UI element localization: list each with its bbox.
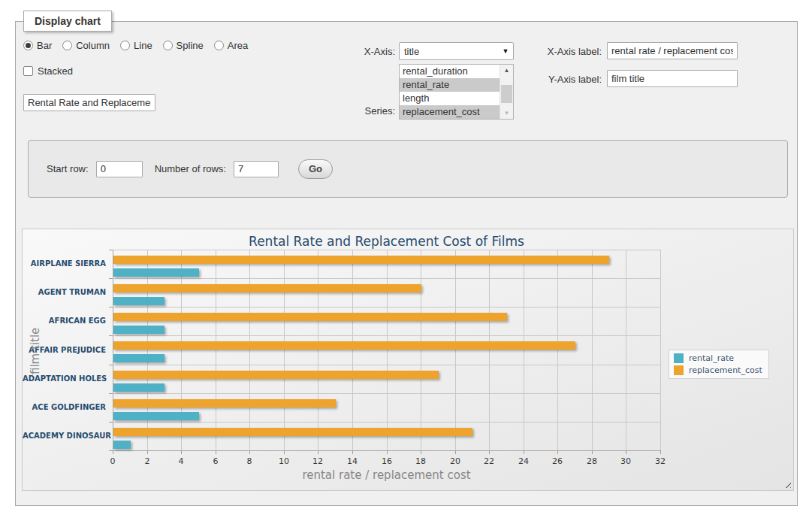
gridline-vertical bbox=[318, 250, 318, 450]
series-listbox[interactable]: rental_durationrental_ratelengthreplacem… bbox=[399, 64, 514, 120]
chart-title-input[interactable] bbox=[23, 94, 155, 111]
x-tick-label: 26 bbox=[552, 456, 563, 466]
radio-column-icon[interactable] bbox=[62, 41, 72, 50]
chart-bar-replacement_cost[interactable] bbox=[113, 341, 575, 350]
resize-handle-icon[interactable] bbox=[783, 480, 791, 488]
legend-item-rental_rate[interactable]: rental_rate bbox=[674, 353, 762, 363]
scroll-down-icon[interactable]: ▼ bbox=[500, 108, 513, 119]
radio-area-icon[interactable] bbox=[214, 41, 224, 50]
chart-legend: rental_ratereplacement_cost bbox=[669, 350, 769, 379]
page: Display chart BarColumnLineSplineArea St… bbox=[0, 0, 812, 512]
chart-container: Rental Rate and Replacement Cost of Film… bbox=[22, 229, 794, 491]
gridline-horizontal bbox=[113, 307, 660, 308]
series-scrollbar[interactable]: ▲ ▼ bbox=[500, 65, 513, 119]
chart-bar-replacement_cost[interactable] bbox=[113, 256, 609, 264]
x-tick-label: 18 bbox=[415, 456, 426, 466]
x-axis-select-label: X-Axis: bbox=[339, 46, 395, 57]
radio-line-icon[interactable] bbox=[120, 41, 130, 50]
y-tick-mark bbox=[109, 250, 113, 250]
radio-bar-icon[interactable] bbox=[23, 41, 33, 50]
series-option-replacement_cost[interactable]: replacement_cost bbox=[400, 105, 513, 119]
chart-type-radio-area[interactable]: Area bbox=[214, 40, 248, 51]
chart-type-radio-bar[interactable]: Bar bbox=[23, 40, 52, 51]
x-axis-select-value: title bbox=[400, 46, 498, 57]
y-axis-label-input[interactable] bbox=[607, 70, 738, 87]
num-rows-input[interactable] bbox=[234, 161, 279, 177]
gridline-vertical bbox=[284, 250, 285, 450]
chart-bar-rental_rate[interactable] bbox=[113, 326, 165, 334]
chart-type-label: Column bbox=[76, 40, 110, 51]
x-tick-label: 30 bbox=[620, 456, 631, 466]
gridline-vertical bbox=[387, 250, 388, 450]
chart-bar-rental_rate[interactable] bbox=[113, 268, 199, 277]
go-button[interactable]: Go bbox=[298, 159, 333, 179]
radio-spline-icon[interactable] bbox=[163, 41, 173, 50]
panel-legend: Display chart bbox=[23, 11, 112, 32]
chevron-down-icon: ▼ bbox=[498, 47, 513, 55]
series-option-rental_duration[interactable]: rental_duration bbox=[400, 65, 513, 78]
legend-swatch-icon bbox=[674, 365, 684, 375]
gridline-vertical bbox=[249, 250, 250, 450]
x-tick-mark bbox=[660, 450, 661, 454]
num-rows-label: Number of rows: bbox=[155, 163, 226, 174]
gridline-vertical bbox=[626, 250, 626, 450]
start-row-label: Start row: bbox=[47, 163, 89, 174]
gridline-vertical bbox=[421, 250, 421, 450]
series-options: rental_durationrental_ratelengthreplacem… bbox=[400, 65, 513, 119]
category-label: ADAPTATION HOLES bbox=[23, 374, 106, 383]
legend-item-replacement_cost[interactable]: replacement_cost bbox=[674, 365, 762, 375]
chart-type-label: Spline bbox=[177, 40, 204, 51]
category-label: ACE GOLDFINGER bbox=[23, 403, 106, 411]
x-tick-label: 8 bbox=[247, 456, 252, 466]
gridline-vertical bbox=[524, 250, 524, 450]
x-tick-label: 22 bbox=[484, 456, 494, 466]
scroll-up-icon[interactable]: ▲ bbox=[500, 65, 513, 76]
chart-type-label: Line bbox=[134, 40, 152, 51]
y-axis-label-label: Y-Axis label: bbox=[527, 74, 602, 85]
chart-type-radio-group: BarColumnLineSplineArea bbox=[23, 40, 248, 51]
y-tick-mark bbox=[109, 393, 113, 394]
chart-type-radio-column[interactable]: Column bbox=[62, 40, 110, 51]
chart-bar-replacement_cost[interactable] bbox=[113, 428, 472, 436]
gridline-horizontal bbox=[113, 278, 660, 279]
gridline-vertical bbox=[352, 250, 353, 450]
chart-bar-replacement_cost[interactable] bbox=[113, 284, 421, 292]
x-axis-label-input[interactable] bbox=[607, 42, 738, 59]
gridline-vertical bbox=[557, 250, 558, 450]
chart-bar-rental_rate[interactable] bbox=[113, 297, 165, 305]
x-tick-label: 32 bbox=[655, 456, 666, 466]
chart-bar-replacement_cost[interactable] bbox=[113, 399, 336, 407]
gridline-vertical bbox=[455, 250, 456, 450]
gridline-vertical bbox=[489, 250, 490, 450]
start-row-input[interactable] bbox=[96, 161, 143, 177]
gridline-vertical bbox=[592, 250, 593, 450]
chart-type-radio-line[interactable]: Line bbox=[120, 40, 152, 51]
legend-label: replacement_cost bbox=[689, 365, 762, 375]
x-tick-label: 14 bbox=[347, 456, 358, 466]
scrollbar-thumb[interactable] bbox=[501, 85, 512, 103]
chart-bar-rental_rate[interactable] bbox=[113, 354, 165, 362]
chart-bar-replacement_cost[interactable] bbox=[113, 313, 507, 321]
chart-bar-replacement_cost[interactable] bbox=[113, 371, 439, 379]
chart-bar-rental_rate[interactable] bbox=[113, 441, 131, 449]
chart-type-label: Area bbox=[228, 40, 248, 51]
x-axis-select[interactable]: title ▼ bbox=[399, 42, 514, 60]
chart-type-radio-spline[interactable]: Spline bbox=[163, 40, 204, 51]
y-tick-mark bbox=[109, 365, 113, 365]
series-option-length[interactable]: length bbox=[400, 92, 513, 105]
legend-swatch-icon bbox=[674, 353, 684, 363]
series-option-rental_rate[interactable]: rental_rate bbox=[400, 78, 513, 92]
stacked-checkbox[interactable] bbox=[23, 66, 33, 76]
x-tick-label: 12 bbox=[312, 456, 323, 466]
gridline-horizontal bbox=[113, 393, 660, 394]
chart-bar-rental_rate[interactable] bbox=[113, 383, 165, 392]
chart-bar-rental_rate[interactable] bbox=[113, 412, 199, 420]
stacked-checkbox-row[interactable]: Stacked bbox=[23, 65, 73, 77]
y-tick-mark bbox=[109, 422, 113, 423]
gridline-horizontal bbox=[113, 422, 660, 423]
chart-title: Rental Rate and Replacement Cost of Film… bbox=[249, 234, 524, 249]
x-tick-label: 0 bbox=[110, 456, 116, 466]
x-tick-label: 16 bbox=[382, 456, 392, 466]
legend-label: rental_rate bbox=[689, 353, 734, 363]
x-tick-label: 28 bbox=[587, 456, 597, 466]
